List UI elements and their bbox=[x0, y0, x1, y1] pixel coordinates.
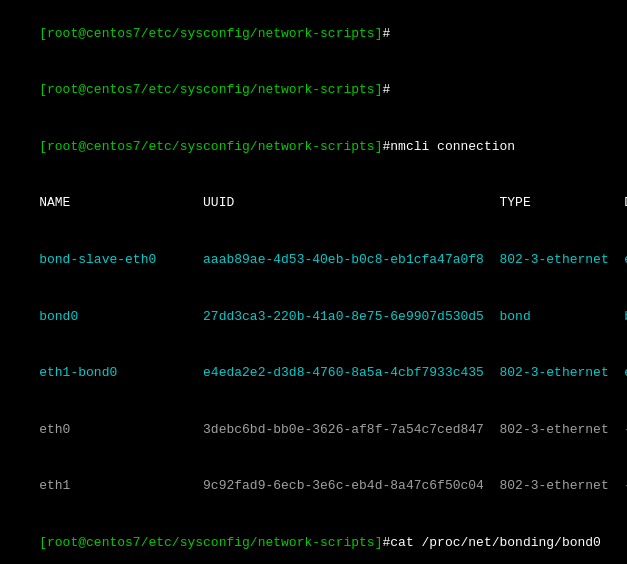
line-1: [root@centos7/etc/sysconfig/network-scri… bbox=[8, 6, 619, 63]
row-eth1: eth1 9c92fad9-6ecb-3e6c-eb4d-8a47c6f50c0… bbox=[39, 478, 627, 493]
line-cat-cmd: [root@centos7/etc/sysconfig/network-scri… bbox=[8, 515, 619, 564]
table-row-2: bond0 27dd3ca3-220b-41a0-8e75-6e9907d530… bbox=[8, 289, 619, 346]
cmd-3: #nmcli connection bbox=[382, 139, 515, 154]
row-bond-slave: bond-slave-eth0 aaab89ae-4d53-40eb-b0c8-… bbox=[39, 252, 627, 267]
prompt-cat: [root@centos7/etc/sysconfig/network-scri… bbox=[39, 535, 382, 550]
prompt-2: [root@centos7/etc/sysconfig/network-scri… bbox=[39, 82, 382, 97]
table-row-1: bond-slave-eth0 aaab89ae-4d53-40eb-b0c8-… bbox=[8, 232, 619, 289]
cmd-1: # bbox=[382, 26, 390, 41]
prompt-1: [root@centos7/etc/sysconfig/network-scri… bbox=[39, 26, 382, 41]
cmd-cat: #cat /proc/net/bonding/bond0 bbox=[382, 535, 600, 550]
row-bond0: bond0 27dd3ca3-220b-41a0-8e75-6e9907d530… bbox=[39, 309, 627, 324]
prompt-3: [root@centos7/etc/sysconfig/network-scri… bbox=[39, 139, 382, 154]
table-row-5: eth1 9c92fad9-6ecb-3e6c-eb4d-8a47c6f50c0… bbox=[8, 458, 619, 515]
table-header: NAME UUID TYPE DEVICE bbox=[8, 176, 619, 233]
row-eth0: eth0 3debc6bd-bb0e-3626-af8f-7a54c7ced84… bbox=[39, 422, 627, 437]
line-3: [root@centos7/etc/sysconfig/network-scri… bbox=[8, 119, 619, 176]
terminal-window: [root@centos7/etc/sysconfig/network-scri… bbox=[8, 6, 619, 564]
table-row-4: eth0 3debc6bd-bb0e-3626-af8f-7a54c7ced84… bbox=[8, 402, 619, 459]
table-row-3: eth1-bond0 e4eda2e2-d3d8-4760-8a5a-4cbf7… bbox=[8, 345, 619, 402]
cmd-2: # bbox=[382, 82, 390, 97]
header-text: NAME UUID TYPE DEVICE bbox=[39, 195, 627, 210]
line-2: [root@centos7/etc/sysconfig/network-scri… bbox=[8, 63, 619, 120]
row-eth1-bond0: eth1-bond0 e4eda2e2-d3d8-4760-8a5a-4cbf7… bbox=[39, 365, 627, 380]
